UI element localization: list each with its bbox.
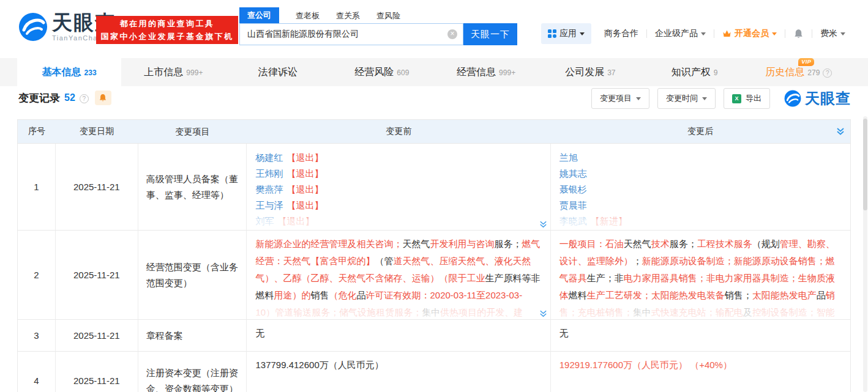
search-tab-查关系[interactable]: 查关系 (336, 10, 360, 23)
scrollbar[interactable] (863, 116, 867, 392)
search-tabs: 查公司查老板查关系查风险 (239, 9, 517, 23)
diff-text-segment: 太阳能热发电产 (752, 290, 817, 300)
notifications-button[interactable] (785, 29, 812, 39)
person-link[interactable]: 王与泽 (255, 200, 283, 210)
tab-上市信息[interactable]: 上市信息999+ (121, 58, 225, 86)
tab-知识产权[interactable]: 知识产权9 (643, 58, 747, 86)
excel-icon: X (732, 94, 741, 103)
tab-基本信息[interactable]: 基本信息233 (17, 58, 121, 86)
change-before-cell: 无 (247, 320, 550, 351)
filter-item-label: 变更项目 (600, 93, 632, 104)
diff-text-segment: 服务； (494, 239, 522, 249)
change-item: 注册资本变更（注册资金、资金数额等变更） (138, 352, 247, 392)
export-button[interactable]: X 导出 (724, 88, 770, 109)
company-tab-bar: 基本信息233上市信息999+法律诉讼经营风险609经营信息999+公司发展37… (0, 58, 868, 86)
person-line: 姚其志 (559, 166, 842, 182)
person-link[interactable]: 樊燕萍 (255, 184, 283, 194)
row-index: 3 (18, 320, 56, 351)
open-vip-menu[interactable]: 开通会员 (714, 28, 785, 39)
row-index: 1 (18, 144, 56, 230)
diff-text-segment: 生产；非 (587, 273, 624, 283)
table-row-1: 12025-11-21高级管理人员备案（董事、监事、经理等）杨建红【退出】王炜刚… (18, 143, 850, 230)
change-after-cell: 兰旭姚其志聂银杉贾晨菲李晓武【新进】 (551, 144, 850, 230)
person-line: 贾晨菲 (559, 198, 842, 213)
person-link[interactable]: 贾晨菲 (559, 200, 587, 210)
person-line: 兰旭 (559, 150, 842, 166)
change-record-table: 序号 变更日期 变更项目 变更前 变更后 12025-11-21高级管理人员备案… (17, 119, 851, 392)
tianyancha-logo-icon (784, 90, 801, 107)
search-tab-查老板[interactable]: 查老板 (296, 10, 320, 23)
tab-经营风险[interactable]: 经营风险609 (330, 58, 434, 86)
person-line: 聂银杉 (559, 182, 842, 198)
diff-text-segment: 一般项目：石油 (559, 239, 624, 249)
diff-text-segment: 新能源企业的经营管理及相关咨询； (255, 239, 402, 249)
header-nav: 应用 商务合作 企业级产品 开通会员 费米 (541, 23, 853, 44)
tab-公司发展[interactable]: 公司发展37 (538, 58, 642, 86)
diff-text-segment: 控制设备制造；智能 (752, 307, 835, 317)
person-link[interactable]: 姚其志 (559, 168, 587, 179)
person-link[interactable]: 聂银杉 (559, 184, 587, 194)
cell-text: 192919.177600万（人民币元） （+40%） (559, 360, 732, 370)
scrollbar-thumb[interactable] (863, 119, 867, 210)
person-link[interactable]: 王炜刚 (255, 168, 283, 179)
change-before-cell: 137799.412600万（人民币元） (247, 352, 550, 392)
expand-row-chevron-icon[interactable] (539, 220, 548, 229)
tab-count: 999+ (499, 68, 515, 77)
tab-法律诉讼[interactable]: 法律诉讼 (226, 58, 330, 86)
username-label: 费米 (820, 28, 837, 39)
change-after-cell: 192919.177600万（人民币元） （+40%） (551, 352, 850, 392)
help-icon[interactable]: ? (823, 68, 832, 78)
person-link[interactable]: 李晓武 (559, 216, 587, 226)
diff-text-segment: 燃料 (569, 290, 587, 300)
person-tag: 【退出】 (286, 168, 323, 179)
person-line: 王炜刚【退出】 (255, 166, 541, 182)
clear-search-icon[interactable]: × (447, 29, 457, 39)
tab-count: 609 (397, 68, 409, 77)
person-link[interactable]: 兰旭 (559, 152, 578, 163)
subscribe-bell-button[interactable] (95, 91, 111, 105)
tab-历史信息[interactable]: 历史信息VIP279? (747, 58, 851, 86)
row-index: 2 (18, 231, 56, 319)
change-before-cell: 杨建红【退出】王炜刚【退出】樊燕萍【退出】王与泽【退出】刘军【退出】 (247, 144, 550, 230)
tab-label: 知识产权 (672, 66, 711, 79)
slogan-banner: 都在用的商业查询工具 国家中小企业发展子基金旗下机构 (96, 16, 238, 44)
chevron-down-icon (636, 97, 641, 103)
section-title: 变更记录 (18, 91, 60, 105)
chevron-down-icon (580, 32, 585, 38)
person-line: 王与泽【退出】 (255, 198, 541, 213)
expand-row-chevron-icon[interactable] (539, 309, 548, 318)
search-input[interactable] (239, 23, 463, 45)
crown-icon (722, 29, 731, 38)
collapse-all-chevron-icon[interactable] (836, 127, 845, 136)
tab-label: 基本信息 (42, 66, 81, 79)
search-area: 查公司查老板查关系查风险 × 天眼一下 (239, 9, 517, 45)
help-icon[interactable]: ? (80, 94, 89, 103)
change-record-section-header: 变更记录 52 ? 变更项目 变更时间 X 导出 (17, 88, 851, 114)
filter-change-item-dropdown[interactable]: 变更项目 (591, 88, 649, 109)
search-tab-查风险[interactable]: 查风险 (376, 10, 400, 23)
user-menu[interactable]: 费米 (812, 28, 853, 39)
diff-text-segment: （危化 (329, 290, 356, 300)
diff-text-segment: 生产工艺研发；太阳能热发电装备 (587, 290, 725, 300)
person-link[interactable]: 刘军 (255, 216, 274, 226)
search-button[interactable]: 天眼一下 (463, 23, 517, 45)
enterprise-products-menu[interactable]: 企业级产品 (647, 28, 714, 39)
search-tab-查公司[interactable]: 查公司 (239, 7, 279, 23)
apps-menu[interactable]: 应用 (541, 23, 591, 44)
diff-text-segment: 品 (817, 290, 826, 300)
change-after-cell: 无 (551, 320, 850, 351)
tab-经营信息[interactable]: 经营信息999+ (434, 58, 538, 86)
diff-text-segment: （管 (375, 256, 393, 266)
person-line: 李晓武【新进】 (559, 213, 842, 229)
cell-text: 137799.412600万（人民币元） (255, 360, 383, 370)
business-coop-link[interactable]: 商务合作 (596, 28, 646, 39)
filter-change-time-dropdown[interactable]: 变更时间 (657, 88, 716, 109)
vip-badge: VIP (798, 58, 814, 66)
person-line: 刘军【退出】 (255, 213, 541, 229)
tab-label: 经营信息 (457, 66, 496, 79)
person-link[interactable]: 杨建红 (255, 152, 283, 163)
col-header-before: 变更前 (247, 120, 550, 143)
diff-text-segment: 销售； (725, 290, 752, 300)
change-item: 高级管理人员备案（董事、监事、经理等） (138, 144, 247, 230)
site-header: 天眼查 TianYanCha.com 都在用的商业查询工具 国家中小企业发展子基… (0, 0, 868, 56)
